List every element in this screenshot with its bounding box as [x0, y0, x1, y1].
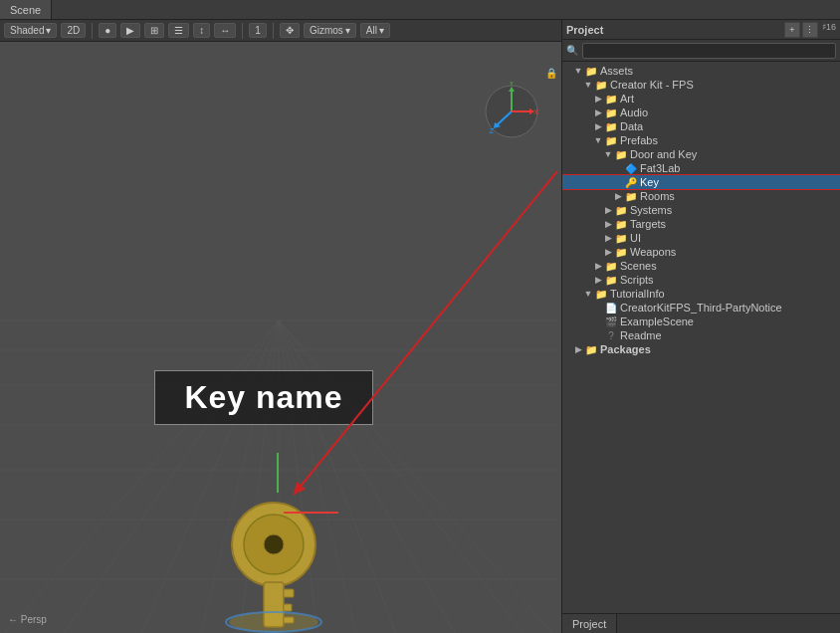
art-label: Art: [620, 93, 634, 105]
assets-arrow: ▼: [572, 66, 584, 76]
search-icon: 🔍: [566, 45, 578, 56]
shading-label: Shaded: [10, 25, 44, 36]
toolbar-icon-4[interactable]: ☰: [168, 23, 189, 38]
viewport[interactable]: Key name: [0, 42, 561, 633]
tree-item-door-and-key[interactable]: ▼ 📁 Door and Key: [562, 147, 840, 161]
tutorial-arrow: ▼: [582, 289, 594, 299]
num-1-btn[interactable]: 1: [249, 23, 267, 38]
toolbar-separator-1: [92, 23, 93, 39]
packages-arrow: ▶: [572, 344, 584, 354]
scenes-icon: 📁: [604, 261, 618, 272]
project-menu-btn[interactable]: ⋮: [802, 22, 818, 38]
project-add-btn[interactable]: +: [784, 22, 800, 38]
tree-item-targets[interactable]: ▶ 📁 Targets: [562, 217, 840, 231]
tree-item-tutorial-info[interactable]: ▼ 📁 TutorialInfo: [562, 287, 840, 301]
scene-toolbar: Shaded ▾ 2D ● ▶ ⊞ ☰ ↕ ↔ 1 ✥ Gizmos ▾ All: [0, 20, 561, 42]
tree-item-audio[interactable]: ▶ 📁 Audio: [562, 106, 840, 119]
targets-icon: 📁: [614, 219, 628, 230]
shading-dropdown[interactable]: Shaded ▾: [4, 23, 57, 38]
mode-2d-label: 2D: [67, 25, 80, 36]
example-label: ExampleScene: [620, 316, 694, 327]
layers-dropdown[interactable]: All ▾: [360, 23, 390, 38]
prefabs-label: Prefabs: [620, 134, 658, 146]
tree-item-data[interactable]: ▶ 📁 Data: [562, 119, 840, 133]
svg-text:Y: Y: [509, 82, 515, 88]
gizmos-chevron: ▾: [345, 25, 350, 36]
gizmos-label: Gizmos: [310, 25, 343, 36]
toolbar-icon-6[interactable]: ↔: [214, 23, 236, 38]
systems-arrow: ▶: [602, 205, 614, 215]
data-label: Data: [620, 120, 643, 132]
tree-item-assets[interactable]: ▼ 📁 Assets: [562, 64, 840, 78]
key-label: Key: [640, 176, 659, 188]
tab-project-label: Project: [572, 618, 606, 630]
key-icon: 🔑: [624, 177, 638, 188]
prefabs-icon: 📁: [604, 135, 618, 146]
file-tree: ▼ 📁 Assets ▼ 📁 Creator Kit - FPS ▶ 📁 Art: [562, 62, 840, 613]
systems-label: Systems: [630, 204, 672, 216]
weapons-arrow: ▶: [602, 247, 614, 257]
tree-item-prefabs[interactable]: ▼ 📁 Prefabs: [562, 133, 840, 147]
ui-icon: 📁: [614, 233, 628, 244]
scripts-icon: 📁: [604, 275, 618, 286]
scripts-arrow: ▶: [592, 275, 604, 285]
tree-item-weapons[interactable]: ▶ 📁 Weapons: [562, 245, 840, 259]
tree-item-scenes[interactable]: ▶ 📁 Scenes: [562, 259, 840, 273]
tree-item-fat3lab[interactable]: 🔷 Fat3Lab: [562, 161, 840, 175]
mode-2d-btn[interactable]: 2D: [61, 23, 86, 38]
persp-label: ← Persp: [8, 614, 47, 625]
packages-label: Packages: [600, 343, 651, 355]
rooms-label: Rooms: [640, 190, 675, 202]
assets-folder-icon: 📁: [584, 66, 598, 77]
toolbar-icon-5[interactable]: ↕: [193, 23, 210, 38]
door-key-icon: 📁: [614, 149, 628, 160]
tutorial-label: TutorialInfo: [610, 288, 665, 300]
tree-item-readme[interactable]: ? Readme: [562, 328, 840, 342]
tree-item-art[interactable]: ▶ 📁 Art: [562, 92, 840, 106]
tree-item-notice[interactable]: 📄 CreatorKitFPS_Third-PartyNotice: [562, 301, 840, 315]
key-object: [214, 475, 333, 633]
scenes-arrow: ▶: [592, 261, 604, 271]
fat3lab-icon: 🔷: [624, 163, 638, 174]
tree-item-scripts[interactable]: ▶ 📁 Scripts: [562, 273, 840, 287]
search-input[interactable]: [582, 43, 836, 59]
creator-kit-arrow: ▼: [582, 80, 594, 90]
tab-project-bottom[interactable]: Project: [562, 614, 617, 633]
toolbar-icon-2[interactable]: ▶: [120, 23, 140, 38]
assets-label: Assets: [600, 65, 633, 77]
tree-item-key[interactable]: 🔑 Key: [562, 175, 840, 189]
readme-label: Readme: [620, 329, 662, 341]
data-arrow: ▶: [592, 121, 604, 131]
toolbar-icon-1[interactable]: ●: [99, 23, 116, 38]
svg-rect-27: [284, 617, 294, 623]
tab-scene-label: Scene: [10, 4, 41, 16]
notice-icon: 📄: [604, 303, 618, 314]
tree-item-example-scene[interactable]: 🎬 ExampleScene: [562, 315, 840, 328]
project-counter: ♯16: [822, 22, 836, 38]
tree-item-creator-kit[interactable]: ▼ 📁 Creator Kit - FPS: [562, 78, 840, 92]
svg-point-23: [264, 534, 284, 554]
ui-arrow: ▶: [602, 233, 614, 243]
nav-gizmo[interactable]: Y X Z: [482, 82, 541, 141]
x-axis-arrow: [284, 512, 338, 514]
svg-text:X: X: [533, 107, 539, 116]
tab-scene[interactable]: Scene: [0, 0, 52, 19]
packages-icon: 📁: [584, 344, 598, 355]
targets-label: Targets: [630, 218, 666, 230]
svg-rect-26: [284, 604, 292, 611]
toolbar-separator-3: [273, 23, 274, 39]
notice-label: CreatorKitFPS_Third-PartyNotice: [620, 302, 782, 314]
viewport-lock-icon[interactable]: 🔒: [545, 68, 557, 79]
tree-item-rooms[interactable]: ▶ 📁 Rooms: [562, 189, 840, 203]
bottom-tabs: Project: [562, 613, 840, 633]
tree-item-packages[interactable]: ▶ 📁 Packages: [562, 342, 840, 356]
door-key-label: Door and Key: [630, 148, 697, 160]
tree-item-ui[interactable]: ▶ 📁 UI: [562, 231, 840, 245]
gizmos-dropdown[interactable]: Gizmos ▾: [304, 23, 356, 38]
tree-item-systems[interactable]: ▶ 📁 Systems: [562, 203, 840, 217]
readme-icon: ?: [604, 330, 618, 341]
weapons-icon: 📁: [614, 247, 628, 258]
transform-btn[interactable]: ✥: [280, 23, 300, 38]
toolbar-icon-3[interactable]: ⊞: [144, 23, 164, 38]
creator-kit-label: Creator Kit - FPS: [610, 79, 694, 91]
